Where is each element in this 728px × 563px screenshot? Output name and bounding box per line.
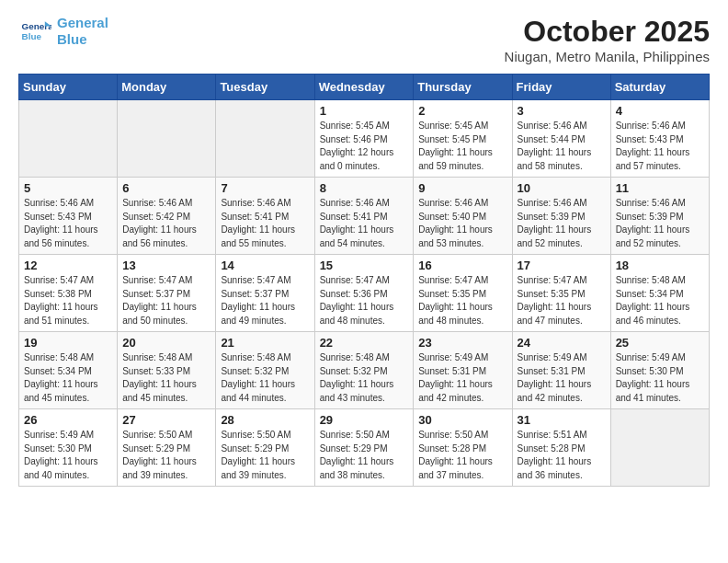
calendar-cell [216,100,314,178]
calendar-week-row: 26Sunrise: 5:49 AM Sunset: 5:30 PM Dayli… [19,409,710,487]
logo-text: General Blue [57,15,108,48]
calendar-cell: 16Sunrise: 5:47 AM Sunset: 5:35 PM Dayli… [414,255,512,332]
calendar-cell: 6Sunrise: 5:46 AM Sunset: 5:42 PM Daylig… [118,178,216,255]
location-title: Niugan, Metro Manila, Philippines [505,49,710,64]
calendar-cell: 15Sunrise: 5:47 AM Sunset: 5:36 PM Dayli… [314,255,414,332]
calendar-cell: 26Sunrise: 5:49 AM Sunset: 5:30 PM Dayli… [19,409,118,487]
day-info: Sunrise: 5:50 AM Sunset: 5:28 PM Dayligh… [418,429,506,482]
calendar-cell: 27Sunrise: 5:50 AM Sunset: 5:29 PM Dayli… [118,409,216,487]
calendar-week-row: 19Sunrise: 5:48 AM Sunset: 5:34 PM Dayli… [19,332,710,409]
day-info: Sunrise: 5:46 AM Sunset: 5:42 PM Dayligh… [122,197,210,250]
calendar-cell: 4Sunrise: 5:46 AM Sunset: 5:43 PM Daylig… [610,100,709,178]
calendar-cell: 24Sunrise: 5:49 AM Sunset: 5:31 PM Dayli… [512,332,610,409]
day-info: Sunrise: 5:45 AM Sunset: 5:46 PM Dayligh… [320,120,409,173]
day-info: Sunrise: 5:50 AM Sunset: 5:29 PM Dayligh… [122,429,210,482]
day-number: 11 [616,181,704,195]
calendar-cell: 8Sunrise: 5:46 AM Sunset: 5:41 PM Daylig… [314,178,414,255]
day-info: Sunrise: 5:46 AM Sunset: 5:39 PM Dayligh… [518,197,606,250]
day-number: 2 [418,104,506,118]
calendar-table: SundayMondayTuesdayWednesdayThursdayFrid… [18,74,710,487]
day-number: 28 [221,413,309,427]
day-number: 1 [320,104,409,118]
day-number: 30 [418,413,506,427]
day-number: 20 [122,336,210,350]
calendar-cell: 3Sunrise: 5:46 AM Sunset: 5:44 PM Daylig… [512,100,610,178]
day-info: Sunrise: 5:46 AM Sunset: 5:41 PM Dayligh… [320,197,409,250]
day-number: 14 [221,259,309,272]
day-number: 9 [418,181,506,195]
day-number: 8 [320,181,409,195]
weekday-header-wednesday: Wednesday [314,75,414,100]
weekday-header-saturday: Saturday [610,75,709,100]
day-number: 21 [221,336,309,350]
svg-text:General: General [22,21,51,31]
calendar-cell: 5Sunrise: 5:46 AM Sunset: 5:43 PM Daylig… [19,178,118,255]
calendar-cell: 10Sunrise: 5:46 AM Sunset: 5:39 PM Dayli… [512,178,610,255]
day-info: Sunrise: 5:47 AM Sunset: 5:38 PM Dayligh… [24,274,112,327]
day-info: Sunrise: 5:51 AM Sunset: 5:28 PM Dayligh… [518,429,606,482]
day-info: Sunrise: 5:48 AM Sunset: 5:33 PM Dayligh… [122,351,210,405]
weekday-header-sunday: Sunday [19,75,118,100]
day-info: Sunrise: 5:49 AM Sunset: 5:31 PM Dayligh… [418,351,506,405]
calendar-cell [610,409,709,487]
weekday-header-monday: Monday [118,75,216,100]
day-info: Sunrise: 5:48 AM Sunset: 5:34 PM Dayligh… [616,274,704,327]
day-number: 26 [24,413,112,427]
calendar-cell: 7Sunrise: 5:46 AM Sunset: 5:41 PM Daylig… [216,178,314,255]
day-number: 23 [418,336,506,350]
day-info: Sunrise: 5:50 AM Sunset: 5:29 PM Dayligh… [320,429,409,482]
calendar-cell: 11Sunrise: 5:46 AM Sunset: 5:39 PM Dayli… [610,178,709,255]
day-number: 29 [320,413,409,427]
day-number: 4 [616,104,704,118]
day-number: 25 [616,336,704,350]
calendar-cell: 21Sunrise: 5:48 AM Sunset: 5:32 PM Dayli… [216,332,314,409]
calendar-cell: 13Sunrise: 5:47 AM Sunset: 5:37 PM Dayli… [118,255,216,332]
calendar-cell: 14Sunrise: 5:47 AM Sunset: 5:37 PM Dayli… [216,255,314,332]
day-number: 3 [518,104,606,118]
day-number: 31 [518,413,606,427]
day-number: 16 [418,259,506,272]
day-number: 17 [518,259,606,272]
header: General Blue General Blue October 2025 N… [18,15,710,64]
logo-icon: General Blue [18,15,51,48]
weekday-header-tuesday: Tuesday [216,75,314,100]
month-title: October 2025 [505,15,710,49]
day-number: 7 [221,181,309,195]
logo: General Blue General Blue [18,15,108,48]
title-area: October 2025 Niugan, Metro Manila, Phili… [505,15,710,64]
day-number: 15 [320,259,409,272]
day-number: 19 [24,336,112,350]
calendar-cell: 28Sunrise: 5:50 AM Sunset: 5:29 PM Dayli… [216,409,314,487]
day-info: Sunrise: 5:48 AM Sunset: 5:32 PM Dayligh… [221,351,309,405]
day-info: Sunrise: 5:49 AM Sunset: 5:30 PM Dayligh… [616,351,704,405]
day-number: 6 [122,181,210,195]
day-info: Sunrise: 5:47 AM Sunset: 5:35 PM Dayligh… [518,274,606,327]
day-info: Sunrise: 5:50 AM Sunset: 5:29 PM Dayligh… [221,429,309,482]
day-info: Sunrise: 5:48 AM Sunset: 5:32 PM Dayligh… [320,351,409,405]
day-info: Sunrise: 5:46 AM Sunset: 5:39 PM Dayligh… [616,197,704,250]
calendar-cell: 1Sunrise: 5:45 AM Sunset: 5:46 PM Daylig… [314,100,414,178]
calendar-cell: 22Sunrise: 5:48 AM Sunset: 5:32 PM Dayli… [314,332,414,409]
svg-text:Blue: Blue [22,31,42,41]
calendar-cell [118,100,216,178]
calendar-cell: 23Sunrise: 5:49 AM Sunset: 5:31 PM Dayli… [414,332,512,409]
day-info: Sunrise: 5:46 AM Sunset: 5:41 PM Dayligh… [221,197,309,250]
calendar-week-row: 1Sunrise: 5:45 AM Sunset: 5:46 PM Daylig… [19,100,710,178]
calendar-cell: 20Sunrise: 5:48 AM Sunset: 5:33 PM Dayli… [118,332,216,409]
calendar-cell: 25Sunrise: 5:49 AM Sunset: 5:30 PM Dayli… [610,332,709,409]
calendar-week-row: 5Sunrise: 5:46 AM Sunset: 5:43 PM Daylig… [19,178,710,255]
day-number: 27 [122,413,210,427]
day-info: Sunrise: 5:47 AM Sunset: 5:37 PM Dayligh… [221,274,309,327]
day-number: 10 [518,181,606,195]
day-info: Sunrise: 5:46 AM Sunset: 5:43 PM Dayligh… [616,120,704,173]
calendar-cell: 17Sunrise: 5:47 AM Sunset: 5:35 PM Dayli… [512,255,610,332]
day-number: 24 [518,336,606,350]
day-number: 22 [320,336,409,350]
calendar-cell [19,100,118,178]
calendar-week-row: 12Sunrise: 5:47 AM Sunset: 5:38 PM Dayli… [19,255,710,332]
day-number: 18 [616,259,704,272]
day-info: Sunrise: 5:47 AM Sunset: 5:36 PM Dayligh… [320,274,409,327]
day-info: Sunrise: 5:48 AM Sunset: 5:34 PM Dayligh… [24,351,112,405]
calendar-cell: 29Sunrise: 5:50 AM Sunset: 5:29 PM Dayli… [314,409,414,487]
calendar-cell: 31Sunrise: 5:51 AM Sunset: 5:28 PM Dayli… [512,409,610,487]
